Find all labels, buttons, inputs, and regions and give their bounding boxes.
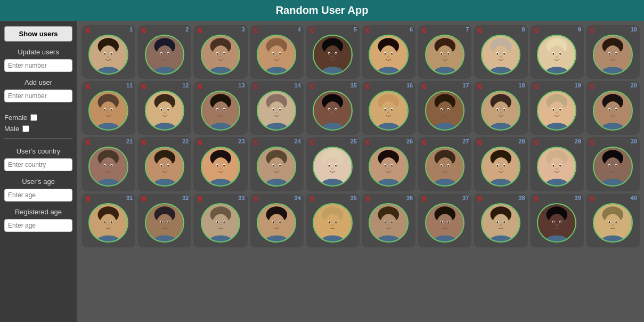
user-avatar[interactable] — [369, 91, 409, 131]
delete-icon[interactable]: 🗑 — [420, 195, 427, 203]
delete-icon[interactable]: 🗑 — [196, 195, 203, 203]
svg-point-247 — [332, 168, 334, 170]
delete-icon[interactable]: 🗑 — [476, 138, 483, 146]
age-label: User's age — [4, 178, 72, 186]
svg-point-137 — [275, 112, 278, 114]
user-avatar[interactable] — [369, 35, 409, 75]
user-avatar[interactable] — [481, 147, 521, 187]
user-avatar[interactable] — [537, 91, 577, 131]
user-avatar[interactable] — [481, 203, 521, 243]
male-checkbox[interactable] — [22, 125, 29, 132]
svg-rect-118 — [162, 119, 167, 123]
card-number: 23 — [238, 138, 244, 144]
user-avatar[interactable] — [593, 91, 633, 131]
delete-icon[interactable]: 🗑 — [252, 26, 259, 34]
delete-icon[interactable]: 🗑 — [196, 138, 203, 146]
user-avatar[interactable] — [313, 91, 353, 131]
user-avatar[interactable] — [257, 91, 297, 131]
user-avatar[interactable] — [145, 91, 185, 131]
registered-input[interactable] — [4, 219, 72, 232]
user-avatar[interactable] — [257, 35, 297, 75]
svg-point-235 — [272, 165, 274, 167]
show-users-button[interactable]: Show users — [4, 26, 72, 42]
svg-point-217 — [164, 168, 166, 170]
user-avatar[interactable] — [593, 35, 633, 75]
update-users-input[interactable] — [4, 59, 72, 72]
card-number: 28 — [518, 138, 525, 144]
delete-icon[interactable]: 🗑 — [308, 82, 315, 90]
user-avatar[interactable] — [201, 35, 241, 75]
delete-icon[interactable]: 🗑 — [140, 26, 147, 34]
delete-icon[interactable]: 🗑 — [140, 195, 147, 203]
delete-icon[interactable]: 🗑 — [252, 82, 259, 90]
user-avatar[interactable] — [201, 91, 241, 131]
user-avatar[interactable] — [257, 203, 297, 243]
user-card: 🗑 4 — [250, 25, 304, 79]
delete-icon[interactable]: 🗑 — [364, 138, 371, 146]
user-avatar[interactable] — [88, 147, 128, 187]
user-avatar[interactable] — [313, 147, 353, 187]
user-avatar[interactable] — [201, 147, 241, 187]
user-avatar[interactable] — [593, 203, 633, 243]
delete-icon[interactable]: 🗑 — [533, 82, 540, 90]
delete-icon[interactable]: 🗑 — [140, 82, 147, 90]
delete-icon[interactable]: 🗑 — [308, 195, 315, 203]
user-avatar[interactable] — [145, 147, 185, 187]
user-card: 🗑 16 — [362, 81, 415, 135]
user-avatar[interactable] — [313, 203, 353, 243]
add-user-input[interactable] — [4, 90, 72, 102]
user-avatar[interactable] — [145, 203, 185, 243]
delete-icon[interactable]: 🗑 — [476, 26, 483, 34]
delete-icon[interactable]: 🗑 — [420, 138, 427, 146]
user-avatar[interactable] — [201, 203, 241, 243]
delete-icon[interactable]: 🗑 — [420, 82, 427, 90]
delete-icon[interactable]: 🗑 — [589, 138, 596, 146]
user-avatar[interactable] — [145, 35, 185, 75]
delete-icon[interactable]: 🗑 — [252, 138, 259, 146]
user-avatar[interactable] — [369, 203, 409, 243]
user-avatar[interactable] — [537, 35, 577, 75]
female-checkbox[interactable] — [30, 114, 37, 121]
delete-icon[interactable]: 🗑 — [533, 138, 540, 146]
user-avatar[interactable] — [537, 203, 577, 243]
delete-icon[interactable]: 🗑 — [589, 26, 596, 34]
delete-icon[interactable]: 🗑 — [84, 26, 91, 34]
delete-icon[interactable]: 🗑 — [140, 138, 147, 146]
delete-icon[interactable]: 🗑 — [308, 26, 315, 34]
user-avatar[interactable] — [369, 147, 409, 187]
user-avatar[interactable] — [481, 91, 521, 131]
delete-icon[interactable]: 🗑 — [476, 195, 483, 203]
delete-icon[interactable]: 🗑 — [533, 26, 540, 34]
svg-point-302 — [100, 214, 117, 234]
user-avatar[interactable] — [88, 35, 128, 75]
user-avatar[interactable] — [425, 147, 465, 187]
user-avatar[interactable] — [88, 203, 128, 243]
user-avatar[interactable] — [88, 91, 128, 131]
age-input[interactable] — [4, 189, 72, 202]
user-avatar[interactable] — [313, 35, 353, 75]
user-avatar[interactable] — [425, 35, 465, 75]
delete-icon[interactable]: 🗑 — [364, 26, 371, 34]
delete-icon[interactable]: 🗑 — [252, 195, 259, 203]
delete-icon[interactable]: 🗑 — [84, 195, 91, 203]
user-avatar[interactable] — [425, 91, 465, 131]
delete-icon[interactable]: 🗑 — [364, 195, 371, 203]
delete-icon[interactable]: 🗑 — [84, 138, 91, 146]
user-avatar[interactable] — [257, 147, 297, 187]
svg-point-26 — [223, 53, 225, 55]
delete-icon[interactable]: 🗑 — [533, 195, 540, 203]
delete-icon[interactable]: 🗑 — [589, 82, 596, 90]
country-input[interactable] — [4, 158, 72, 171]
user-avatar[interactable] — [481, 35, 521, 75]
delete-icon[interactable]: 🗑 — [364, 82, 371, 90]
delete-icon[interactable]: 🗑 — [476, 82, 483, 90]
user-avatar[interactable] — [537, 147, 577, 187]
delete-icon[interactable]: 🗑 — [589, 195, 596, 203]
delete-icon[interactable]: 🗑 — [308, 138, 315, 146]
delete-icon[interactable]: 🗑 — [196, 82, 203, 90]
delete-icon[interactable]: 🗑 — [196, 26, 203, 34]
delete-icon[interactable]: 🗑 — [84, 82, 91, 90]
user-avatar[interactable] — [593, 147, 633, 187]
delete-icon[interactable]: 🗑 — [420, 26, 427, 34]
user-avatar[interactable] — [425, 203, 465, 243]
